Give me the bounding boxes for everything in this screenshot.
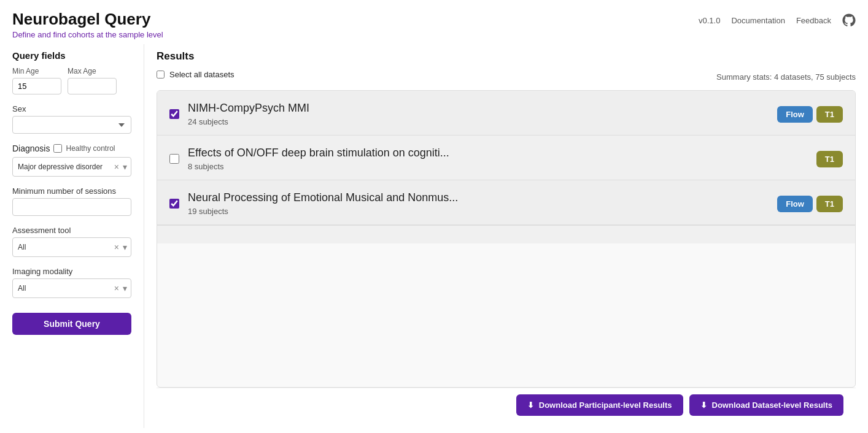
sessions-field: Minimum number of sessions	[12, 186, 131, 216]
badge-t1-1: T1	[816, 106, 843, 123]
min-age-col: Min Age	[12, 67, 61, 94]
github-icon[interactable]	[842, 13, 856, 27]
assessment-controls: × ▾	[113, 242, 128, 252]
min-age-input[interactable]	[12, 78, 61, 94]
app-title-block: Neurobagel Query Define and find cohorts…	[12, 10, 163, 39]
sessions-input[interactable]	[12, 198, 131, 216]
imaging-select[interactable]: All × ▾	[12, 278, 131, 298]
feedback-link[interactable]: Feedback	[796, 16, 831, 25]
imaging-controls: × ▾	[113, 283, 128, 293]
imaging-dropdown-icon[interactable]: ▾	[122, 283, 128, 293]
diagnosis-clear-icon[interactable]: ×	[113, 162, 120, 172]
diagnosis-dropdown-icon[interactable]: ▾	[122, 162, 128, 172]
dataset-subjects-1: 24 subjects	[188, 117, 769, 126]
dataset-body-2: Effects of ON/OFF deep brain stimulation…	[188, 147, 808, 171]
diagnosis-header: Diagnosis Healthy control	[12, 144, 131, 153]
min-age-label: Min Age	[12, 67, 61, 75]
app-header: Neurobagel Query Define and find cohorts…	[0, 0, 868, 44]
dataset-badges-1: Flow T1	[777, 106, 843, 123]
healthy-control-label: Healthy control	[66, 144, 115, 153]
badge-t1-3: T1	[816, 196, 843, 212]
results-title: Results	[157, 50, 194, 63]
header-links: v0.1.0 Documentation Feedback	[699, 10, 856, 27]
select-all-label[interactable]: Select all datasets	[169, 70, 234, 79]
age-fields: Min Age Max Age	[12, 67, 131, 94]
app-subtitle: Define and find cohorts at the sample le…	[12, 30, 163, 39]
dataset-body-3: Neural Processing of Emotional Musical a…	[188, 191, 769, 216]
dataset-subjects-2: 8 subjects	[188, 162, 808, 171]
sidebar: Query fields Min Age Max Age Sex Male Fe…	[0, 44, 144, 428]
dataset-subjects-3: 19 subjects	[188, 207, 769, 216]
assessment-value: All	[18, 243, 26, 251]
assessment-field: Assessment tool All × ▾	[12, 226, 131, 257]
diagnosis-field: Diagnosis Healthy control Major depressi…	[12, 144, 131, 177]
sessions-label: Minimum number of sessions	[12, 186, 131, 196]
imaging-clear-icon[interactable]: ×	[113, 283, 120, 293]
badge-flow-1: Flow	[777, 106, 813, 123]
imaging-value: All	[18, 284, 26, 293]
badge-flow-3: Flow	[777, 196, 813, 212]
diagnosis-label: Diagnosis	[12, 144, 50, 153]
dataset-card-partial	[157, 225, 855, 243]
dataset-checkbox-1[interactable]	[169, 109, 179, 119]
dataset-checkbox-3[interactable]	[169, 199, 179, 209]
submit-button[interactable]: Submit Query	[12, 313, 131, 335]
max-age-col: Max Age	[68, 67, 117, 94]
bottom-bar: ⬇ Download Participant-level Results ⬇ D…	[157, 388, 856, 422]
assessment-clear-icon[interactable]: ×	[113, 242, 120, 252]
results-header: Results	[157, 50, 856, 63]
diagnosis-controls: × ▾	[113, 162, 128, 172]
sidebar-title: Query fields	[12, 50, 131, 61]
assessment-dropdown-icon[interactable]: ▾	[122, 242, 128, 252]
badge-t1-2: T1	[816, 151, 843, 167]
imaging-field: Imaging modality All × ▾	[12, 267, 131, 298]
assessment-label: Assessment tool	[12, 226, 131, 235]
imaging-label: Imaging modality	[12, 267, 131, 276]
download-dataset-label: Download Dataset-level Results	[712, 400, 833, 410]
download-participant-icon: ⬇	[527, 400, 534, 410]
dataset-card: NIMH-CompyPsych MMI 24 subjects Flow T1	[157, 91, 855, 136]
diagnosis-select[interactable]: Major depressive disorder × ▾	[12, 157, 131, 177]
dataset-badges-2: T1	[816, 151, 843, 167]
download-dataset-button[interactable]: ⬇ Download Dataset-level Results	[689, 394, 844, 416]
diagnosis-value: Major depressive disorder	[18, 163, 103, 171]
sex-select[interactable]: Male Female	[12, 116, 131, 134]
dataset-title-1: NIMH-CompyPsych MMI	[188, 102, 769, 115]
dataset-badges-3: Flow T1	[777, 196, 843, 212]
dataset-title-3: Neural Processing of Emotional Musical a…	[188, 191, 769, 204]
assessment-select[interactable]: All × ▾	[12, 237, 131, 257]
download-participant-button[interactable]: ⬇ Download Participant-level Results	[516, 394, 683, 416]
dataset-card: Neural Processing of Emotional Musical a…	[157, 180, 855, 225]
main-layout: Query fields Min Age Max Age Sex Male Fe…	[0, 44, 868, 428]
download-participant-label: Download Participant-level Results	[539, 400, 672, 410]
select-all-row: Select all datasets	[157, 70, 234, 79]
app-title: Neurobagel Query	[12, 10, 163, 29]
dataset-checkbox-2[interactable]	[169, 154, 179, 164]
dataset-card: Effects of ON/OFF deep brain stimulation…	[157, 136, 855, 180]
documentation-link[interactable]: Documentation	[731, 16, 785, 25]
dataset-title-2: Effects of ON/OFF deep brain stimulation…	[188, 147, 808, 159]
summary-stats: Summary stats: 4 datasets, 75 subjects	[716, 72, 856, 82]
results-area: Results Select all datasets Summary stat…	[144, 44, 868, 428]
healthy-control-checkbox[interactable]	[53, 144, 62, 153]
max-age-label: Max Age	[68, 67, 117, 75]
sex-field: Sex Male Female	[12, 104, 131, 134]
max-age-input[interactable]	[68, 78, 117, 94]
select-all-checkbox[interactable]	[157, 71, 165, 79]
datasets-list: NIMH-CompyPsych MMI 24 subjects Flow T1 …	[157, 90, 856, 388]
dataset-body-1: NIMH-CompyPsych MMI 24 subjects	[188, 102, 769, 126]
download-dataset-icon: ⬇	[700, 400, 707, 410]
version-label: v0.1.0	[699, 16, 720, 25]
sex-label: Sex	[12, 104, 131, 113]
